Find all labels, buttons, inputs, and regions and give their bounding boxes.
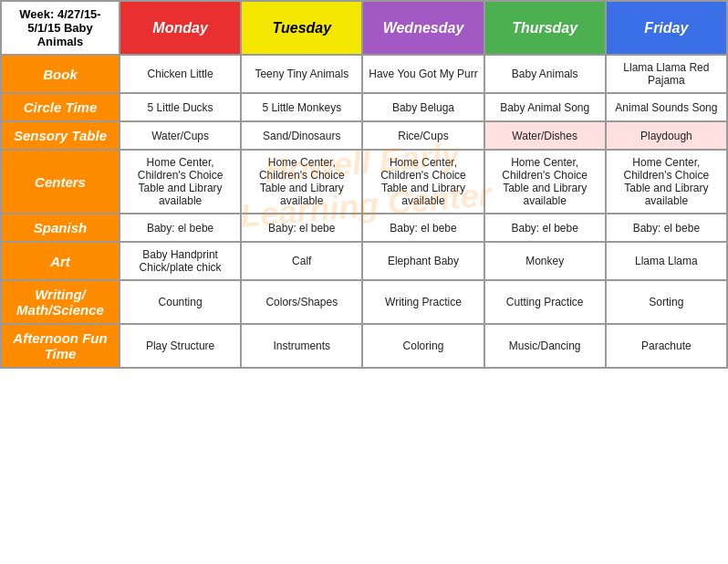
wednesday-header: Wednesday <box>362 1 484 55</box>
thursday-header: Thursday <box>484 1 606 55</box>
week-label: Week: 4/27/15-5/1/15 Baby Animals <box>19 7 100 48</box>
table-cell: Baby Animals <box>484 55 606 93</box>
table-cell: 5 Little Monkeys <box>241 93 362 121</box>
table-cell: Monkey <box>484 242 606 280</box>
table-cell: Music/Dancing <box>484 324 606 368</box>
table-cell: Baby Beluga <box>362 93 484 121</box>
table-cell: 5 Little Ducks <box>120 93 241 121</box>
table-cell: Elephant Baby <box>362 242 484 280</box>
week-header: Week: 4/27/15-5/1/15 Baby Animals <box>1 1 120 55</box>
table-cell: Sand/Dinosaurs <box>241 121 362 150</box>
table-cell: Baby: el bebe <box>362 214 484 242</box>
row-header-6: Writing/ Math/Science <box>1 280 120 324</box>
table-cell: Baby: el bebe <box>120 214 241 242</box>
row-header-5: Art <box>1 242 120 280</box>
table-cell: Water/Dishes <box>484 121 606 150</box>
table-cell: Llama Llama Red Pajama <box>606 55 727 93</box>
monday-header: Monday <box>120 1 241 55</box>
friday-header: Friday <box>606 1 727 55</box>
table-cell: Cutting Practice <box>484 280 606 324</box>
table-cell: Baby: el bebe <box>241 214 362 242</box>
table-cell: Coloring <box>362 324 484 368</box>
table-cell: Counting <box>120 280 241 324</box>
table-cell: Baby Animal Song <box>484 93 606 121</box>
table-row: BookChicken LittleTeeny Tiny AnimalsHave… <box>1 55 727 93</box>
table-cell: Baby: el bebe <box>484 214 606 242</box>
table-row: SpanishBaby: el bebeBaby: el bebeBaby: e… <box>1 214 727 242</box>
table-cell: Parachute <box>606 324 727 368</box>
table-cell: Home Center, Children's Choice Table and… <box>606 150 727 214</box>
table-cell: Teeny Tiny Animals <box>241 55 362 93</box>
table-cell: Play Structure <box>120 324 241 368</box>
table-cell: Home Center, Children's Choice Table and… <box>120 150 241 214</box>
table-cell: Animal Sounds Song <box>606 93 727 121</box>
row-header-7: Afternoon Fun Time <box>1 324 120 368</box>
table-cell: Instruments <box>241 324 362 368</box>
table-cell: Rice/Cups <box>362 121 484 150</box>
table-cell: Have You Got My Purr <box>362 55 484 93</box>
table-cell: Llama Llama <box>606 242 727 280</box>
table-cell: Colors/Shapes <box>241 280 362 324</box>
table-row: Sensory TableWater/CupsSand/DinosaursRic… <box>1 121 727 150</box>
table-cell: Writing Practice <box>362 280 484 324</box>
table-cell: Calf <box>241 242 362 280</box>
table-cell: Playdough <box>606 121 727 150</box>
row-header-0: Book <box>1 55 120 93</box>
table-cell: Home Center, Children's Choice Table and… <box>241 150 362 214</box>
table-cell: Home Center, Children's Choice Table and… <box>484 150 606 214</box>
tuesday-header: Tuesday <box>241 1 362 55</box>
table-row: Writing/ Math/ScienceCountingColors/Shap… <box>1 280 727 324</box>
row-header-1: Circle Time <box>1 93 120 121</box>
schedule-table: Week: 4/27/15-5/1/15 Baby Animals Monday… <box>0 0 728 369</box>
table-row: CentersHome Center, Children's Choice Ta… <box>1 150 727 214</box>
schedule-wrapper: Howell EarlyLearning Center Week: 4/27/1… <box>0 0 728 369</box>
table-cell: Home Center, Children's Choice Table and… <box>362 150 484 214</box>
table-cell: Baby Handprint Chick/plate chick <box>120 242 241 280</box>
table-cell: Chicken Little <box>120 55 241 93</box>
row-header-3: Centers <box>1 150 120 214</box>
table-cell: Baby: el bebe <box>606 214 727 242</box>
row-header-4: Spanish <box>1 214 120 242</box>
table-row: ArtBaby Handprint Chick/plate chickCalfE… <box>1 242 727 280</box>
row-header-2: Sensory Table <box>1 121 120 150</box>
table-row: Afternoon Fun TimePlay StructureInstrume… <box>1 324 727 368</box>
table-cell: Water/Cups <box>120 121 241 150</box>
table-cell: Sorting <box>606 280 727 324</box>
table-row: Circle Time5 Little Ducks5 Little Monkey… <box>1 93 727 121</box>
